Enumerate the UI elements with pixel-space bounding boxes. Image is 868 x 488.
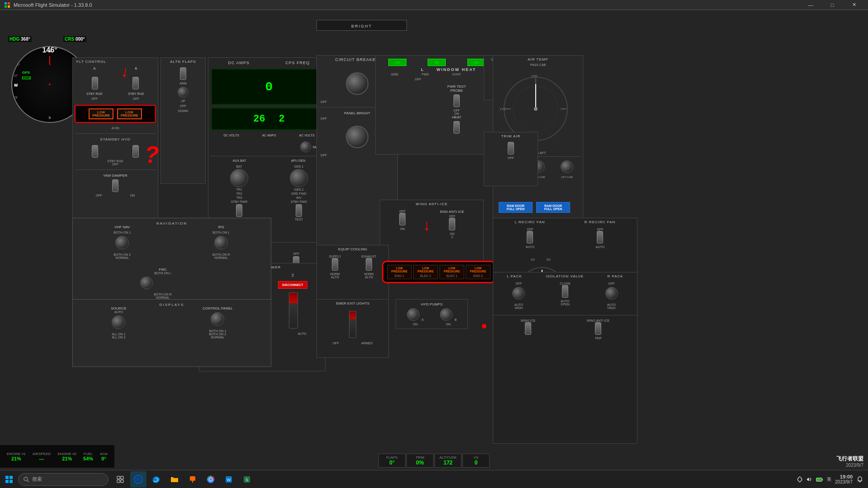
svg-text:60: 60: [531, 258, 535, 262]
air-temp-label: AIR TEMP: [495, 57, 581, 61]
iso-switch[interactable]: [562, 285, 568, 298]
r-pack-knob[interactable]: [605, 287, 618, 300]
flt-control-switch-b[interactable]: [132, 77, 139, 89]
recirc-fan-controls: OFF AUTO OFF AUTO: [493, 226, 637, 250]
emer-exit-off: OFF: [333, 342, 339, 345]
l-pack-knob[interactable]: [512, 287, 525, 300]
red-dot: [482, 324, 486, 328]
emer-exit-lever[interactable]: [349, 311, 356, 338]
wing-ice-switch[interactable]: [399, 213, 406, 225]
wing-ice-right-switch[interactable]: [595, 322, 601, 335]
aft-cab-knob-area: AFT CAB: [561, 160, 573, 178]
a-on-label: A ON: [73, 127, 158, 130]
irs-knob[interactable]: [214, 236, 228, 249]
vhf-nav-knob[interactable]: [115, 236, 129, 249]
control-panel-knob[interactable]: [211, 312, 224, 326]
apu-gen-knob[interactable]: [290, 169, 308, 187]
standby-hyd-switch-1[interactable]: [92, 145, 98, 158]
hyd-pump-b-knob[interactable]: [440, 308, 453, 321]
panel-bright-knob[interactable]: [346, 126, 368, 148]
svg-rect-33: [192, 481, 193, 483]
volts-amps-labels: DC VOLTS AC AMPS AC VOLTS: [208, 133, 330, 138]
wing-ice-left-switch[interactable]: [525, 322, 531, 335]
ram-door-btn-1[interactable]: RAM DOOR FULL OPEN: [499, 202, 533, 213]
start-button[interactable]: [0, 470, 18, 488]
altn-flaps-arm-switch[interactable]: [180, 67, 186, 80]
pin-icon-btn-1[interactable]: [184, 471, 201, 488]
probe-label: PROBE: [447, 89, 466, 93]
disconnect-btn-2[interactable]: DISCONNECT: [278, 281, 307, 289]
extra-icon-2[interactable]: S: [239, 471, 255, 488]
trim-air-switch[interactable]: [508, 142, 514, 155]
off-label-1: OFF: [91, 97, 98, 100]
app-icon: [4, 1, 11, 9]
svg-rect-27: [121, 476, 123, 479]
edge-icon-btn[interactable]: [148, 471, 165, 488]
trim-air-switch-area: [484, 140, 538, 156]
pass-cab-label: PASS CAB: [494, 63, 582, 66]
irs-normal: NORMAL: [212, 256, 230, 259]
exhaust-switch[interactable]: [366, 258, 372, 271]
fmc-knob[interactable]: [140, 277, 153, 289]
irs-area: IRS BOTH ON L BOTH ON R NORMAL: [212, 225, 230, 259]
ram-door-btn-2[interactable]: RAM DOOR FULL OPEN: [536, 202, 570, 213]
standby-power-2: 2: [292, 273, 294, 277]
minimize-button[interactable]: —: [800, 0, 821, 10]
aft-cab-knob[interactable]: [561, 160, 573, 173]
language-indicator[interactable]: 英: [827, 476, 831, 483]
file-explorer-btn[interactable]: [166, 471, 183, 488]
msfs-taskbar-icon[interactable]: [130, 471, 146, 488]
hyd-pump-a-knob[interactable]: [407, 308, 420, 321]
hdg-display: HDG 368°: [8, 36, 32, 42]
l-recirc-area: OFF AUTO: [526, 228, 534, 249]
ram-door-btns: RAM DOOR FULL OPEN RAM DOOR FULL OPEN: [495, 200, 574, 215]
fmc-normal: NORMAL: [140, 296, 185, 299]
yaw-damper-on: ON: [130, 194, 135, 197]
clock-date: 19:00 2023/9/7: [835, 474, 853, 484]
svg-rect-3: [8, 5, 10, 8]
network-icon: [796, 476, 803, 483]
task-view-button[interactable]: [112, 471, 128, 488]
flt-control-switch-a[interactable]: [92, 77, 98, 89]
wh-ovht: OVHT: [452, 73, 461, 76]
probe-switch[interactable]: [453, 94, 460, 107]
aoa-item: AOA 0°: [100, 452, 108, 461]
l-recirc-switch[interactable]: [527, 231, 533, 244]
low-pressure-2: LOW PRESSURE: [117, 108, 142, 119]
altn-flaps-knob[interactable]: [178, 87, 189, 98]
window-heat-on-1[interactable]: ON: [388, 59, 406, 66]
apu-gen-test-switch[interactable]: [296, 204, 302, 217]
standby-power-lever-2[interactable]: [289, 292, 298, 328]
window-heat-on-3[interactable]: ON: [467, 59, 486, 66]
msfs-icon: [133, 474, 143, 484]
pack-labels: L PACK ISOLATION VALVE R PACK: [493, 272, 637, 280]
maint-knob[interactable]: [300, 141, 311, 152]
standby-hyd-switch-2[interactable]: [132, 145, 139, 158]
l-pack-label: L PACK: [507, 274, 522, 278]
r-recirc-switch[interactable]: [597, 231, 603, 244]
taskbar-search[interactable]: 搜索: [18, 473, 108, 486]
eng-ice-switch[interactable]: [449, 218, 455, 230]
cp-both-on2: BOTH ON 2: [203, 333, 233, 336]
maximize-button[interactable]: □: [822, 0, 843, 10]
window-heat-on-2[interactable]: ON: [428, 59, 446, 66]
eng-ice-off: OFF: [440, 215, 464, 218]
extra-icon-svg-2: S: [242, 475, 251, 484]
taskbar-date: 2023/9/7: [835, 479, 853, 484]
notification-icon[interactable]: [856, 476, 863, 483]
chrome-btn[interactable]: [203, 471, 219, 488]
supply-switch[interactable]: [332, 258, 338, 271]
aux-bat-knob[interactable]: [230, 169, 248, 187]
wing-ice-controls: WING ICE WING ANTI ICE TRIP: [493, 315, 637, 342]
source-knob[interactable]: [112, 315, 125, 329]
aux-bat-test-switch[interactable]: [236, 204, 242, 217]
circuit-breaker-bright-knob[interactable]: [346, 72, 368, 95]
yaw-damper-switch[interactable]: [112, 179, 118, 192]
r-recirc-area: OFF AUTO: [596, 228, 604, 249]
dc-volts-display: 26 2: [211, 108, 327, 130]
heat-switch[interactable]: [453, 121, 460, 134]
close-button[interactable]: ✕: [844, 0, 864, 10]
extra-icon-1[interactable]: W: [221, 471, 237, 488]
flaps-trim-alt-bar: FLAPS 0° TRIM 0% ALTITUDE 172 VS 0: [378, 454, 490, 468]
hyd-pumps-label: HYD PUMPS: [399, 302, 465, 306]
